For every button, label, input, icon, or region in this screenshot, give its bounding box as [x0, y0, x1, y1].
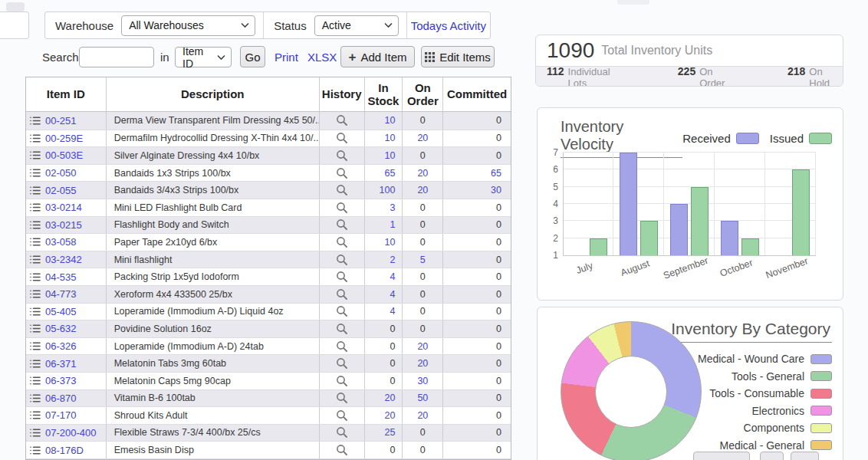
row-list-icon[interactable]	[30, 168, 41, 178]
item-id-link[interactable]: 02-055	[45, 185, 76, 196]
item-id-link[interactable]: 03-058	[45, 236, 76, 248]
item-id-link[interactable]: 00-251	[45, 115, 76, 127]
row-list-icon[interactable]	[30, 116, 41, 126]
warehouse-select[interactable]: All Warehouses	[121, 15, 255, 36]
row-list-icon[interactable]	[30, 186, 41, 196]
item-id-link[interactable]: 07-200-400	[45, 427, 97, 439]
on-order-value: 20	[403, 130, 443, 147]
item-description: Bandaids 1x3 Strips 100/bx	[107, 165, 320, 182]
item-id-cell: 00-251	[26, 112, 107, 130]
row-list-icon[interactable]	[30, 445, 41, 455]
in-stock-value: 10	[365, 234, 403, 251]
item-id-link[interactable]: 06-870	[45, 393, 76, 404]
item-id-link[interactable]: 06-326	[45, 340, 76, 352]
history-search-icon[interactable]	[336, 236, 348, 248]
item-id-link[interactable]: 04-773	[45, 288, 76, 300]
history-search-icon[interactable]	[336, 409, 348, 422]
history-search-icon[interactable]	[336, 271, 348, 283]
category-legend-swatch	[810, 371, 832, 381]
received-bar	[721, 221, 738, 255]
history-search-icon[interactable]	[336, 444, 348, 456]
row-list-icon[interactable]	[30, 307, 41, 317]
history-search-icon[interactable]	[336, 254, 348, 266]
history-search-icon[interactable]	[336, 114, 348, 127]
status-select[interactable]: Active	[314, 15, 399, 36]
on-order-value: 0	[403, 199, 443, 216]
item-id-link[interactable]: 06-371	[45, 358, 76, 370]
category-legend-label: Medical - General	[720, 439, 805, 452]
history-search-icon[interactable]	[336, 426, 348, 439]
xlsx-link[interactable]: XLSX	[307, 51, 337, 64]
row-list-icon[interactable]	[30, 410, 41, 420]
add-item-button[interactable]: + Add Item	[340, 46, 415, 67]
issued-bar	[590, 238, 607, 255]
row-list-icon[interactable]	[30, 428, 41, 438]
row-list-icon[interactable]	[30, 202, 41, 212]
category-legend-label: Tools - Consumable	[709, 387, 804, 399]
item-description: Povidine Solution 16oz	[107, 320, 320, 337]
item-id-link[interactable]: 03-0214	[45, 202, 82, 213]
item-id-link[interactable]: 05-632	[45, 323, 76, 334]
history-cell	[320, 147, 365, 164]
committed-value: 0	[443, 442, 511, 458]
on-order-value: 0	[403, 112, 443, 130]
item-id-link[interactable]: 02-050	[45, 167, 76, 179]
item-id-link[interactable]: 04-535	[45, 271, 76, 283]
item-id-link[interactable]: 00-503E	[45, 150, 83, 161]
history-search-icon[interactable]	[336, 340, 348, 353]
history-search-icon[interactable]	[336, 202, 348, 214]
search-field-select[interactable]: Item ID	[175, 47, 232, 67]
category-partial-button-3[interactable]	[791, 452, 819, 460]
row-list-icon[interactable]	[30, 289, 41, 299]
item-id-link[interactable]: 03-0215	[45, 219, 82, 231]
row-list-icon[interactable]	[30, 133, 41, 143]
history-cell	[320, 442, 365, 458]
issued-bar-slot	[640, 153, 658, 255]
row-list-icon[interactable]	[30, 237, 41, 247]
history-search-icon[interactable]	[336, 219, 348, 231]
category-partial-button-1[interactable]	[693, 452, 750, 460]
history-search-icon[interactable]	[336, 392, 348, 404]
chevron-down-icon	[217, 54, 225, 60]
item-id-link[interactable]: 07-170	[45, 409, 76, 421]
table-row: 06-870Vitamin B-6 100tab20500	[26, 389, 511, 407]
item-id-cell: 06-870	[26, 390, 107, 407]
history-search-icon[interactable]	[336, 288, 348, 301]
stat-individual-lots: 112 Individual Lots	[547, 65, 627, 87]
go-button[interactable]: Go	[240, 46, 265, 67]
row-list-icon[interactable]	[30, 376, 41, 386]
item-id-link[interactable]: 06-373	[45, 375, 76, 386]
row-list-icon[interactable]	[30, 324, 41, 334]
row-list-icon[interactable]	[30, 150, 41, 160]
history-search-icon[interactable]	[336, 323, 348, 335]
history-search-icon[interactable]	[336, 375, 348, 387]
edit-items-button[interactable]: Edit Items	[421, 46, 495, 67]
row-list-icon[interactable]	[30, 255, 41, 264]
history-search-icon[interactable]	[336, 305, 348, 317]
history-search-icon[interactable]	[336, 357, 348, 370]
row-list-icon[interactable]	[30, 341, 41, 351]
todays-activity-link[interactable]: Todays Activity	[411, 19, 486, 32]
print-link[interactable]: Print	[275, 51, 298, 64]
issued-bar	[640, 221, 658, 255]
history-search-icon[interactable]	[336, 167, 348, 179]
row-list-icon[interactable]	[30, 393, 41, 403]
row-list-icon[interactable]	[30, 359, 41, 369]
on-order-value: 0	[403, 320, 443, 337]
category-partial-button-2[interactable]	[760, 452, 784, 460]
history-cell	[320, 268, 365, 285]
item-id-cell: 06-326	[26, 338, 107, 355]
committed-value: 0	[443, 338, 511, 355]
item-id-link[interactable]: 00-259E	[45, 133, 83, 144]
row-list-icon[interactable]	[30, 220, 41, 230]
row-list-icon[interactable]	[30, 272, 41, 282]
item-id-link[interactable]: 03-2342	[45, 254, 82, 265]
item-id-link[interactable]: 05-405	[45, 306, 76, 317]
history-search-icon[interactable]	[336, 132, 348, 144]
search-input[interactable]	[79, 47, 154, 67]
table-row: 02-050Bandaids 1x3 Strips 100/bx652065	[26, 164, 511, 182]
history-search-icon[interactable]	[336, 150, 348, 162]
item-id-link[interactable]: 08-176D	[45, 445, 84, 456]
history-search-icon[interactable]	[336, 184, 348, 196]
item-id-cell: 00-259E	[26, 130, 107, 147]
